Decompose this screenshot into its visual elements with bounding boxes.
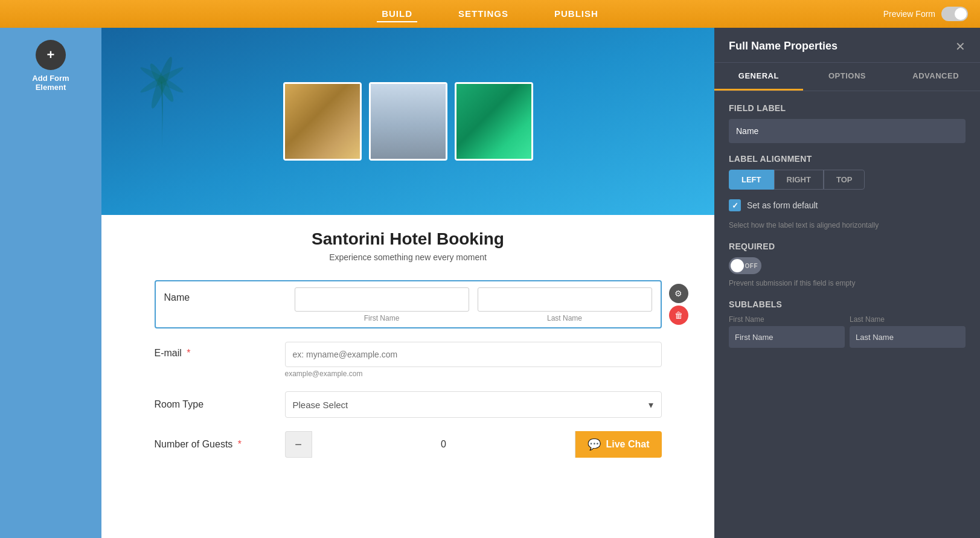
main-area: + Add FormElement — [0, 28, 980, 538]
required-toggle[interactable]: OFF — [729, 257, 761, 274]
first-name-input[interactable] — [295, 287, 469, 312]
panel-header: Full Name Properties ✕ — [714, 28, 980, 63]
last-name-input[interactable] — [478, 287, 652, 312]
form-title: Santorini Hotel Booking — [155, 229, 662, 249]
toggle-off-label: OFF — [745, 263, 758, 269]
form-subtitle: Experience something new every moment — [155, 252, 662, 262]
alignment-buttons: LEFT RIGHT TOP — [729, 170, 966, 190]
field-label-section-title: Field Label — [729, 103, 966, 113]
name-field-row: Name First Name Last Name — [155, 280, 662, 328]
email-field-row: E-mail * example@example.com — [155, 342, 662, 378]
form-content: Santorini Hotel Booking Experience somet… — [106, 215, 710, 495]
required-hint: Prevent submission if this field is empt… — [729, 279, 966, 287]
guests-minus-button[interactable]: − — [285, 431, 312, 458]
preview-form-label: Preview Form — [883, 9, 935, 19]
panel-close-button[interactable]: ✕ — [955, 40, 966, 53]
room-type-select[interactable]: Please Select — [285, 391, 662, 418]
guests-required-marker: * — [238, 439, 242, 449]
field-actions: ⚙ 🗑 — [669, 284, 688, 325]
palm-tree-icon — [120, 28, 204, 149]
hotel-banner — [101, 28, 714, 215]
toggle-knob — [731, 259, 744, 272]
first-name-input-wrap: First Name — [295, 287, 469, 322]
set-as-default-row: Set as form default — [729, 199, 966, 211]
required-section: Required OFF Prevent submission if this … — [729, 242, 966, 287]
set-as-default-label: Set as form default — [747, 200, 818, 210]
alignment-hint: Select how the label text is aligned hor… — [729, 221, 966, 229]
panel-title: Full Name Properties — [729, 40, 837, 53]
last-name-input-wrap: Last Name — [478, 287, 652, 322]
sublabels-grid: First Name Last Name — [729, 315, 966, 348]
first-name-sublabel-header: First Name — [729, 315, 845, 324]
right-panel: Full Name Properties ✕ GENERAL OPTIONS A… — [714, 28, 980, 538]
add-element-icon: + — [36, 40, 66, 70]
email-field-label: E-mail * — [155, 342, 275, 359]
field-settings-button[interactable]: ⚙ — [669, 284, 688, 303]
first-name-sublabel-input[interactable] — [729, 326, 845, 348]
form-preview: Santorini Hotel Booking Experience somet… — [101, 28, 714, 538]
align-top-button[interactable]: TOP — [824, 170, 865, 190]
label-alignment-section: Label Alignment LEFT RIGHT TOP Set as fo… — [729, 154, 966, 229]
sublabels-section: Sublabels First Name Last Name — [729, 299, 966, 348]
top-nav: BUILD SETTINGS PUBLISH Preview Form — [0, 0, 980, 28]
live-chat-button[interactable]: 💬 Live Chat — [575, 431, 661, 458]
add-element-label: Add FormElement — [32, 74, 69, 92]
set-as-default-checkbox[interactable] — [729, 199, 741, 211]
room-type-select-wrapper: Please Select ▾ — [285, 391, 662, 418]
left-sidebar: + Add FormElement — [0, 28, 101, 538]
name-field-label: Name — [164, 287, 285, 303]
panel-tab-general[interactable]: GENERAL — [714, 63, 803, 91]
last-name-sublabel: Last Name — [547, 314, 582, 322]
last-name-sublabel-group: Last Name — [850, 315, 966, 348]
email-hint: example@example.com — [285, 370, 662, 378]
field-label-section: Field Label — [729, 103, 966, 143]
align-left-button[interactable]: LEFT — [729, 170, 774, 190]
guests-value-input[interactable] — [312, 431, 576, 458]
panel-tab-options[interactable]: OPTIONS — [803, 63, 892, 91]
nav-tab-build[interactable]: BUILD — [377, 6, 417, 22]
nav-tab-settings[interactable]: SETTINGS — [453, 6, 513, 22]
last-name-sublabel-header: Last Name — [850, 315, 966, 324]
first-name-sublabel: First Name — [364, 314, 400, 322]
last-name-sublabel-input[interactable] — [850, 326, 966, 348]
preview-toggle[interactable] — [941, 7, 968, 21]
guests-label: Number of Guests * — [155, 439, 275, 450]
guests-input-area: − 💬 Live Chat — [285, 431, 662, 458]
top-nav-right: Preview Form — [883, 7, 968, 21]
room-type-field-row: Room Type Please Select ▾ — [155, 391, 662, 418]
live-chat-icon: 💬 — [588, 438, 601, 451]
email-input[interactable] — [285, 342, 662, 367]
room-type-label: Room Type — [155, 399, 275, 410]
align-right-button[interactable]: RIGHT — [774, 170, 824, 190]
field-delete-button[interactable]: 🗑 — [669, 306, 688, 325]
email-input-area: example@example.com — [285, 342, 662, 378]
label-alignment-title: Label Alignment — [729, 154, 966, 164]
panel-tab-advanced[interactable]: ADVANCED — [891, 63, 980, 91]
first-name-sublabel-group: First Name — [729, 315, 845, 348]
add-form-element-button[interactable]: + Add FormElement — [32, 40, 69, 92]
required-section-title: Required — [729, 242, 966, 251]
banner-image-3 — [455, 82, 533, 161]
sublabels-title: Sublabels — [729, 299, 966, 309]
panel-body: Field Label Label Alignment LEFT RIGHT T… — [714, 91, 980, 360]
nav-tabs: BUILD SETTINGS PUBLISH — [377, 6, 603, 22]
banner-image-2 — [369, 82, 447, 161]
banner-images — [283, 82, 533, 161]
panel-tabs: GENERAL OPTIONS ADVANCED — [714, 63, 980, 91]
nav-tab-publish[interactable]: PUBLISH — [549, 6, 603, 22]
field-label-input[interactable] — [729, 119, 966, 143]
name-inputs: First Name Last Name — [295, 287, 652, 322]
guests-field-row: Number of Guests * − 💬 Live Chat — [155, 431, 662, 458]
banner-image-1 — [283, 82, 362, 161]
email-required-marker: * — [187, 348, 190, 358]
name-field-container[interactable]: Name First Name Last Name — [155, 280, 662, 328]
required-toggle-row: OFF — [729, 257, 966, 274]
